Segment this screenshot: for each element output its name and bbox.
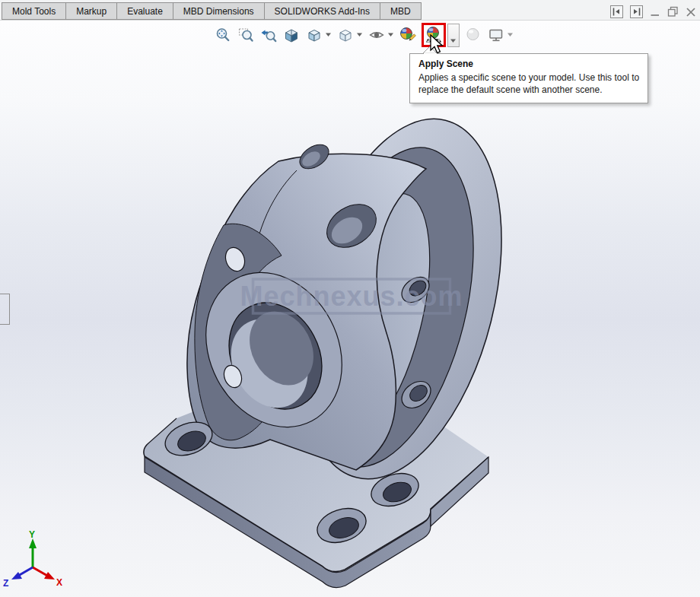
model-canvas[interactable]: Mechnexus.com Y X Z (0, 21, 700, 597)
orientation-triad: Y X Z (3, 529, 62, 589)
display-style-group (336, 26, 363, 44)
view-orientation-dropdown[interactable] (325, 33, 332, 37)
tooltip-body-line2: replace the default scene with another s… (418, 84, 639, 97)
display-style-dropdown[interactable] (356, 33, 363, 37)
command-tabs: Mold Tools Markup Evaluate MBD Dimension… (2, 2, 421, 20)
view-orientation-group (305, 26, 332, 44)
heads-up-toolbar (214, 22, 514, 48)
tab-solidworks-addins[interactable]: SOLIDWORKS Add-Ins (264, 2, 380, 20)
options-display-group (487, 26, 514, 44)
view-settings-button[interactable] (464, 26, 482, 44)
watermark: Mechnexus.com (240, 279, 463, 313)
zoom-to-fit-button[interactable] (214, 26, 232, 44)
solidworks-window: Mold Tools Markup Evaluate MBD Dimension… (0, 0, 700, 597)
view-settings-icon (464, 26, 482, 44)
options-display-button[interactable] (487, 26, 505, 44)
apply-scene-dropdown[interactable] (447, 24, 460, 47)
close-icon (686, 7, 696, 17)
view-orientation-button[interactable] (305, 26, 323, 44)
dock-left-icon (610, 5, 623, 18)
zoom-to-area-button[interactable] (237, 26, 255, 44)
display-style-icon (337, 27, 354, 43)
minimize-icon (650, 7, 660, 17)
hide-show-group (368, 26, 394, 44)
hide-show-items-button[interactable] (368, 26, 386, 44)
dock-left-button[interactable] (610, 5, 623, 18)
restore-icon (667, 6, 679, 17)
section-view-icon (283, 27, 300, 43)
featuremanager-collapsed-tab[interactable] (0, 294, 10, 325)
dock-right-icon (630, 5, 643, 18)
graphics-area[interactable]: Mechnexus.com Y X Z (0, 21, 700, 597)
edit-appearance-icon (399, 26, 417, 44)
tab-markup[interactable]: Markup (65, 2, 117, 20)
zoom-to-fit-icon (215, 27, 231, 43)
restore-button[interactable] (667, 6, 679, 17)
y-axis-label: Y (29, 529, 35, 540)
apply-scene-tooltip: Apply Scene Applies a specific scene to … (409, 53, 648, 103)
z-axis-label: Z (3, 578, 8, 589)
command-tab-strip: Mold Tools Markup Evaluate MBD Dimension… (0, 0, 700, 21)
previous-view-icon (260, 27, 277, 43)
edit-appearance-button[interactable] (399, 26, 417, 44)
tooltip-body-line1: Applies a specific scene to your model. … (418, 72, 639, 84)
tab-mbd[interactable]: MBD (380, 2, 422, 20)
tab-mbd-dimensions[interactable]: MBD Dimensions (173, 2, 265, 20)
hide-show-dropdown[interactable] (387, 33, 394, 37)
monitor-icon (488, 27, 504, 43)
tab-evaluate[interactable]: Evaluate (116, 2, 173, 20)
options-display-dropdown[interactable] (507, 33, 514, 37)
section-view-button[interactable] (282, 26, 301, 44)
mouse-cursor (430, 34, 447, 57)
x-axis-label: X (56, 577, 62, 588)
previous-view-button[interactable] (259, 26, 278, 44)
zoom-to-area-icon (237, 27, 254, 43)
dock-right-button[interactable] (630, 5, 643, 18)
minimize-button[interactable] (650, 7, 660, 17)
tab-mold-tools[interactable]: Mold Tools (2, 2, 66, 20)
view-orientation-icon (306, 27, 323, 43)
tooltip-title: Apply Scene (418, 59, 639, 69)
eye-icon (368, 27, 385, 43)
close-button[interactable] (686, 7, 696, 17)
watermark-text: Mechnexus.com (240, 281, 463, 312)
window-controls (610, 5, 696, 18)
display-style-button[interactable] (336, 26, 355, 44)
